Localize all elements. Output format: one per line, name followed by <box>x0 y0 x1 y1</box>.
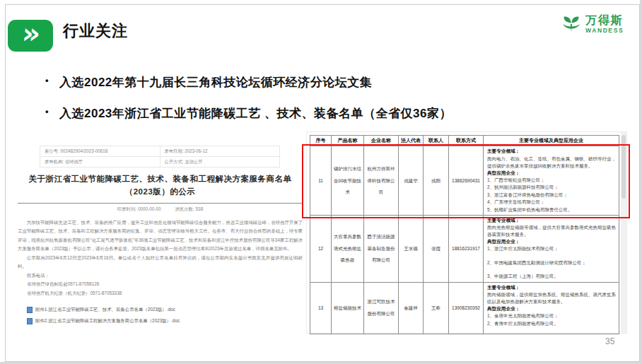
leaf-logo-icon <box>560 13 583 35</box>
brand-logo: 万得斯 WANDESS <box>560 13 624 35</box>
app-item: 4、广东理文造纸有限公司； <box>487 199 616 206</box>
meta-pub-org: 发布机构: 省经信厅 <box>40 157 160 168</box>
cell-contact: 戎阳 <box>424 146 449 216</box>
apps-label: 典型应用企业： <box>487 305 616 312</box>
page-number: 35 <box>605 336 614 346</box>
contact-phone-1: 省经信厅绿色制造处0571-87058126 <box>18 280 303 288</box>
app-item: 1、广西华银铝业有限公司； <box>487 177 616 184</box>
cell-product: 锅炉排污水综合回收节能技术 <box>332 146 364 216</box>
cell-company: 杭州万得斯环保科技有限公司 <box>364 146 399 216</box>
col-legal-rep: 法人代表 <box>399 136 424 146</box>
apps-list: 1、金塔中光太阳能发电有限公司； 2、青海中控太阳能发电有限公司。 <box>487 312 616 327</box>
cell-product: 大容量高参数塔式光热熔盐吸热器 <box>332 215 364 282</box>
cell-domain-detail: 主要专业领域： 面向光热熔盐储能等领域，提供大容量高参数塔式光热熔盐吸热器装置和… <box>484 215 619 282</box>
companies-table-panel: 序号 产品名称 企业名称 法人代表 联系人 联系方式 主要专业领域及典型应用企业… <box>306 131 627 334</box>
logo-subtitle: WANDESS <box>585 27 624 34</box>
table-row: 12 大容量高参数塔式光热熔盐吸热器 西子清洁能源装备制造股份有限公司 王水福 … <box>310 215 619 282</box>
app-item: 3、浙江富春江环保热电股份有限公司； <box>487 192 616 199</box>
document-meta-table: 索引号: 002482904/2023-00618 发布日期: 2023-06-… <box>40 146 280 168</box>
cell-domain-detail: 主要专业领域： 面向储能领域，提供熔盐加热系统、熔盐储热系统、蒸汽发生系统以及电… <box>484 282 619 334</box>
contact-label: 联系电话： <box>18 271 303 280</box>
chevron-glyph: » <box>21 19 40 47</box>
companies-table: 序号 产品名称 企业名称 法人代表 联系人 联系方式 主要专业领域及典型应用企业… <box>310 135 619 334</box>
cell-company: 浙江可胜技术股份有限公司 <box>364 282 399 334</box>
col-no: 序号 <box>310 136 332 146</box>
apps-label: 典型应用企业： <box>487 170 616 177</box>
cell-legal-rep: 金建祥 <box>399 282 424 334</box>
app-item: 1、金塔中光太阳能发电有限公司； <box>487 312 616 319</box>
attachment-list: 附件1.浙江省工业节能降碳工艺、技术、装备公示名单（2023版）.doc 附件2… <box>18 307 303 324</box>
view-count: 浏览次数: 538 <box>175 206 203 211</box>
cell-no: 11 <box>310 146 332 216</box>
meta-index-no: 索引号: 002482904/2023-00618 <box>40 146 160 157</box>
cell-legal-rep: 王水福 <box>399 215 424 282</box>
announcement-document: 索引号: 002482904/2023-00618 发布日期: 2023-06-… <box>18 139 303 329</box>
meta-open-mode: 公开方式: 主动公开 <box>160 157 280 168</box>
cell-phone: 13862690431 <box>449 146 484 216</box>
paragraph: 公示期自2023年6月12日至2023年6月16日。单位或者个人如对公示名单持有… <box>18 254 303 271</box>
page-title: 行业关注 <box>63 20 128 42</box>
cell-product: 熔盐储能技术 <box>332 282 364 334</box>
cell-domain-detail: 主要专业领域： 面向电力、石油、化工、造纸、有色金属、钢铁、纺织等行业，提供锅炉… <box>484 146 619 216</box>
domain-text: 面向电力、石油、化工、造纸、有色金属、钢铁、纺织等行业，提供锅炉余热废水零排放回… <box>487 155 616 170</box>
meta-pub-date: 发布日期: 2023-06-12 <box>160 146 280 157</box>
col-product: 产品名称 <box>332 136 364 146</box>
app-item: 2、青海中控太阳能发电有限公司。 <box>487 320 616 327</box>
app-item: 3、中能源工程（上海）有限公司。 <box>487 273 616 280</box>
col-phone: 联系方式 <box>449 136 484 146</box>
domain-text: 面向储能领域，提供熔盐加热系统、熔盐储热系统、蒸汽发生系统以及电加热器解决方案和… <box>487 291 616 305</box>
table-row: 11 锅炉排污水综合回收节能技术 杭州万得斯环保科技有限公司 戎建华 戎阳 13… <box>310 146 619 216</box>
domain-text: 面向光热熔盐储能等领域，提供大容量高参数塔式光热熔盐吸热器装置和技术服务。 <box>487 224 616 238</box>
domain-label: 主要专业领域： <box>487 148 616 155</box>
table-header-row: 序号 产品名称 企业名称 法人代表 联系人 联系方式 主要专业领域及典型应用企业 <box>310 136 619 146</box>
attachment-label: 附件2.浙江省工业节能降碳工程解决方案服务商公示名单（2023版）.doc <box>35 318 180 324</box>
bullet-item: 入选2023年浙江省工业节能降碳工艺 、技术、装备名单（全省仅36家） <box>42 105 601 122</box>
scrollbar[interactable] <box>621 132 626 333</box>
bullet-item: 入选2022年第十九届长三角科技论坛循环经济分论坛文集 <box>42 74 601 90</box>
doc-file-icon <box>27 318 33 324</box>
apps-list: 1、广西华银铝业有限公司； 2、抚州能洁新能源科技有限公司； 3、浙江富春江环保… <box>487 177 616 213</box>
app-item: 5、抚顺矿业集团中机热电有限责任公司。 <box>487 206 616 213</box>
col-domain: 主要专业领域及典型应用企业 <box>484 136 619 146</box>
attachment-link-2[interactable]: 附件2.浙江省工业节能降碳工程解决方案服务商公示名单（2023版）.doc <box>27 318 303 324</box>
cell-contact: 王希 <box>424 282 449 334</box>
divider <box>18 203 303 204</box>
col-contact: 联系人 <box>424 136 449 146</box>
scrollbar-thumb[interactable] <box>621 135 626 199</box>
app-item: 1、浙江中控太阳能技术有限公司； <box>487 245 616 252</box>
cell-no: 13 <box>310 282 332 334</box>
app-item: 2、抚州能洁新能源科技有限公司； <box>487 184 616 191</box>
document-title: 关于浙江省工业节能降碳工艺、技术、装备和工程解决方案服务商名单（2023版）的公… <box>19 173 301 199</box>
cell-legal-rep: 戎建华 <box>399 146 424 216</box>
cell-phone: 18816231917 <box>449 215 484 282</box>
logo-name: 万得斯 <box>585 14 624 27</box>
doc-file-icon <box>27 307 33 313</box>
app-item: 2、中国电建集团西北勘测设计研究院有限公司； <box>487 259 616 266</box>
cell-phone: 13908230392 <box>449 282 484 334</box>
table-row: 13 熔盐储能技术 浙江可胜技术股份有限公司 金建祥 王希 1390823039… <box>310 282 619 334</box>
contact-phone-2: 省经信厅机关纪委（机关纪委）0571-87053338 <box>18 289 303 298</box>
print-time: 印发时间: 0000-00-00 <box>117 206 161 211</box>
paragraph: 为加快节能降碳先进工艺、技术、装备的推广应用，提升工业和信息化领域节能降碳综合服… <box>18 218 303 254</box>
document-stats: 印发时间: 0000-00-00 浏览次数: 538 <box>18 206 303 213</box>
highlight-bullets: 入选2022年第十九届长三角科技论坛循环经济分论坛文集 入选2023年浙江省工业… <box>42 74 601 136</box>
apps-list: 1、浙江中控太阳能技术有限公司； 2、中国电建集团西北勘测设计研究院有限公司； … <box>487 245 616 280</box>
slide-canvas: » 行业关注 万得斯 WANDESS 入选2022年第十九届长三角科技论坛循环经… <box>0 0 640 362</box>
attachment-label: 附件1.浙江省工业节能降碳工艺、技术、装备公示名单（2023版）.doc <box>35 307 175 313</box>
attachment-link-1[interactable]: 附件1.浙江省工业节能降碳工艺、技术、装备公示名单（2023版）.doc <box>27 307 303 313</box>
cell-no: 12 <box>310 215 332 282</box>
apps-label: 典型应用企业： <box>487 238 616 245</box>
double-chevron-icon: » <box>8 20 53 52</box>
cell-contact: 张霞 <box>424 215 449 282</box>
document-body: 为加快节能降碳先进工艺、技术、装备的推广应用，提升工业和信息化领域节能降碳综合服… <box>18 218 303 298</box>
domain-label: 主要专业领域： <box>487 217 616 224</box>
cell-company: 西子清洁能源装备制造股份有限公司 <box>364 215 399 282</box>
col-company: 企业名称 <box>364 136 399 146</box>
domain-label: 主要专业领域： <box>487 284 616 291</box>
